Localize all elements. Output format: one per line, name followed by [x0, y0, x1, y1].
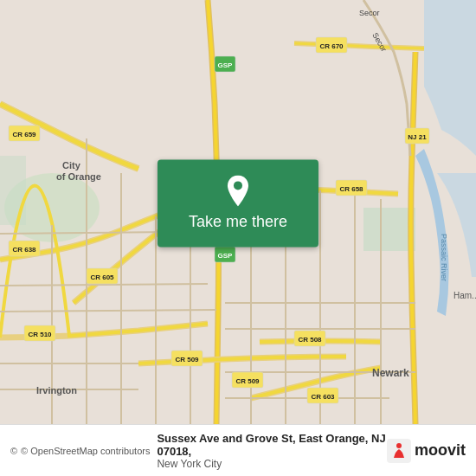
map-container: Secor Passaic River CR 659 CR 670 GSP GS…	[0, 0, 476, 424]
svg-text:Ham...: Ham...	[453, 291, 476, 300]
svg-text:CR 658: CR 658	[339, 185, 363, 193]
svg-text:Irvington: Irvington	[36, 385, 77, 396]
attribution-text: © OpenStreetMap contributors	[21, 446, 150, 456]
svg-rect-3	[0, 156, 26, 225]
svg-text:CR 659: CR 659	[12, 131, 36, 138]
svg-text:CR 508: CR 508	[298, 336, 322, 344]
take-me-there-label: Take me there	[189, 213, 287, 231]
take-me-there-button[interactable]: Take me there	[158, 159, 318, 247]
svg-text:CR 509: CR 509	[175, 356, 199, 363]
location-pin-icon	[225, 175, 251, 206]
svg-text:GSP: GSP	[218, 61, 234, 69]
moovit-brand-text: moovit	[415, 441, 466, 460]
copyright-symbol: ©	[10, 446, 17, 456]
svg-text:GSP: GSP	[218, 252, 234, 260]
svg-text:CR 603: CR 603	[311, 393, 335, 401]
svg-text:Newark: Newark	[372, 367, 409, 379]
moovit-brand-icon	[387, 439, 411, 463]
svg-text:of Orange: of Orange	[56, 171, 101, 182]
address-line2: New York City	[157, 458, 222, 470]
svg-text:CR 670: CR 670	[319, 42, 344, 50]
svg-text:CR 638: CR 638	[12, 246, 36, 254]
map-attribution: © © OpenStreetMap contributors	[10, 446, 150, 456]
svg-text:Passaic River: Passaic River	[440, 234, 448, 281]
svg-text:CR 605: CR 605	[90, 273, 114, 281]
svg-point-57	[234, 181, 242, 190]
svg-text:Secor: Secor	[359, 9, 380, 17]
address-line1: Sussex Ave and Grove St, East Orange, NJ…	[157, 432, 387, 458]
address-block: Sussex Ave and Grove St, East Orange, NJ…	[157, 432, 387, 470]
svg-text:City: City	[62, 160, 81, 170]
svg-rect-1	[363, 208, 415, 251]
svg-text:CR 509: CR 509	[235, 377, 260, 385]
svg-point-59	[396, 443, 402, 448]
moovit-logo: moovit	[387, 439, 466, 463]
svg-text:NJ 21: NJ 21	[408, 133, 427, 141]
bottom-bar: © © OpenStreetMap contributors Sussex Av…	[0, 424, 476, 476]
svg-text:CR 510: CR 510	[28, 331, 52, 338]
